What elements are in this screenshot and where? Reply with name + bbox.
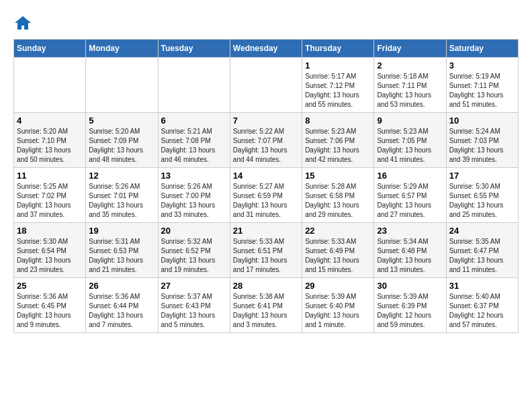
- day-number: 20: [161, 226, 227, 236]
- day-info: Sunrise: 5:17 AMSunset: 7:12 PMDaylight:…: [305, 72, 371, 109]
- day-number: 31: [449, 281, 515, 291]
- calendar: SundayMondayTuesdayWednesdayThursdayFrid…: [13, 39, 519, 333]
- calendar-cell: 14Sunrise: 5:27 AMSunset: 6:59 PMDayligh…: [230, 168, 302, 223]
- calendar-week-2: 4Sunrise: 5:20 AMSunset: 7:10 PMDaylight…: [14, 113, 519, 168]
- day-info: Sunrise: 5:30 AMSunset: 6:54 PMDaylight:…: [17, 237, 83, 275]
- calendar-cell: 19Sunrise: 5:31 AMSunset: 6:53 PMDayligh…: [86, 223, 158, 278]
- day-info: Sunrise: 5:29 AMSunset: 6:57 PMDaylight:…: [377, 182, 443, 220]
- day-number: 23: [377, 226, 443, 236]
- calendar-week-3: 11Sunrise: 5:25 AMSunset: 7:02 PMDayligh…: [14, 168, 519, 223]
- calendar-cell: 30Sunrise: 5:39 AMSunset: 6:39 PMDayligh…: [374, 278, 446, 333]
- day-number: 7: [233, 116, 299, 126]
- day-info: Sunrise: 5:22 AMSunset: 7:07 PMDaylight:…: [233, 127, 299, 165]
- calendar-cell: 3Sunrise: 5:19 AMSunset: 7:11 PMDaylight…: [446, 58, 518, 113]
- weekday-header-saturday: Saturday: [446, 40, 518, 58]
- calendar-cell: 27Sunrise: 5:37 AMSunset: 6:43 PMDayligh…: [158, 278, 230, 333]
- day-number: 12: [89, 171, 154, 181]
- weekday-header-wednesday: Wednesday: [230, 40, 302, 58]
- day-info: Sunrise: 5:28 AMSunset: 6:58 PMDaylight:…: [305, 182, 371, 220]
- day-number: 9: [377, 116, 443, 126]
- calendar-week-1: 1Sunrise: 5:17 AMSunset: 7:12 PMDaylight…: [14, 58, 519, 113]
- calendar-cell: 7Sunrise: 5:22 AMSunset: 7:07 PMDaylight…: [230, 113, 302, 168]
- day-number: 30: [377, 281, 443, 291]
- day-info: Sunrise: 5:31 AMSunset: 6:53 PMDaylight:…: [89, 237, 154, 275]
- day-info: Sunrise: 5:27 AMSunset: 6:59 PMDaylight:…: [233, 182, 299, 220]
- weekday-header-tuesday: Tuesday: [158, 40, 230, 58]
- calendar-cell: 25Sunrise: 5:36 AMSunset: 6:45 PMDayligh…: [14, 278, 86, 333]
- calendar-cell: 22Sunrise: 5:33 AMSunset: 6:49 PMDayligh…: [302, 223, 374, 278]
- weekday-header-thursday: Thursday: [302, 40, 374, 58]
- day-number: 17: [449, 171, 515, 181]
- day-number: 29: [305, 281, 371, 291]
- day-info: Sunrise: 5:32 AMSunset: 6:52 PMDaylight:…: [161, 237, 227, 275]
- logo-icon: [13, 13, 32, 32]
- calendar-cell: [158, 58, 230, 113]
- day-info: Sunrise: 5:24 AMSunset: 7:03 PMDaylight:…: [449, 127, 515, 165]
- day-number: 13: [161, 171, 227, 181]
- day-number: 8: [305, 116, 371, 126]
- day-info: Sunrise: 5:33 AMSunset: 6:51 PMDaylight:…: [233, 237, 299, 275]
- calendar-cell: 2Sunrise: 5:18 AMSunset: 7:11 PMDaylight…: [374, 58, 446, 113]
- calendar-cell: 31Sunrise: 5:40 AMSunset: 6:37 PMDayligh…: [446, 278, 518, 333]
- day-number: 10: [449, 116, 515, 126]
- day-info: Sunrise: 5:38 AMSunset: 6:41 PMDaylight:…: [233, 292, 299, 330]
- weekday-header-friday: Friday: [374, 40, 446, 58]
- day-info: Sunrise: 5:25 AMSunset: 7:02 PMDaylight:…: [17, 182, 83, 220]
- calendar-cell: 12Sunrise: 5:26 AMSunset: 7:01 PMDayligh…: [86, 168, 158, 223]
- day-number: 24: [449, 226, 515, 236]
- calendar-cell: 28Sunrise: 5:38 AMSunset: 6:41 PMDayligh…: [230, 278, 302, 333]
- calendar-cell: [230, 58, 302, 113]
- day-number: 21: [233, 226, 299, 236]
- calendar-week-5: 25Sunrise: 5:36 AMSunset: 6:45 PMDayligh…: [14, 278, 519, 333]
- header: [13, 13, 519, 32]
- calendar-cell: 15Sunrise: 5:28 AMSunset: 6:58 PMDayligh…: [302, 168, 374, 223]
- day-info: Sunrise: 5:30 AMSunset: 6:55 PMDaylight:…: [449, 182, 515, 220]
- day-info: Sunrise: 5:37 AMSunset: 6:43 PMDaylight:…: [161, 292, 227, 330]
- day-info: Sunrise: 5:26 AMSunset: 7:01 PMDaylight:…: [89, 182, 154, 220]
- day-number: 28: [233, 281, 299, 291]
- calendar-cell: 9Sunrise: 5:23 AMSunset: 7:05 PMDaylight…: [374, 113, 446, 168]
- day-info: Sunrise: 5:39 AMSunset: 6:39 PMDaylight:…: [377, 292, 443, 330]
- calendar-cell: 13Sunrise: 5:26 AMSunset: 7:00 PMDayligh…: [158, 168, 230, 223]
- calendar-cell: 17Sunrise: 5:30 AMSunset: 6:55 PMDayligh…: [446, 168, 518, 223]
- calendar-cell: [86, 58, 158, 113]
- day-number: 22: [305, 226, 371, 236]
- day-number: 18: [17, 226, 83, 236]
- calendar-cell: 1Sunrise: 5:17 AMSunset: 7:12 PMDaylight…: [302, 58, 374, 113]
- calendar-cell: 23Sunrise: 5:34 AMSunset: 6:48 PMDayligh…: [374, 223, 446, 278]
- weekday-header-sunday: Sunday: [14, 40, 86, 58]
- day-number: 1: [305, 60, 371, 71]
- calendar-cell: 4Sunrise: 5:20 AMSunset: 7:10 PMDaylight…: [14, 113, 86, 168]
- day-number: 26: [89, 281, 154, 291]
- day-number: 19: [89, 226, 154, 236]
- day-info: Sunrise: 5:23 AMSunset: 7:06 PMDaylight:…: [305, 127, 371, 165]
- calendar-cell: 6Sunrise: 5:21 AMSunset: 7:08 PMDaylight…: [158, 113, 230, 168]
- day-info: Sunrise: 5:34 AMSunset: 6:48 PMDaylight:…: [377, 237, 443, 275]
- calendar-cell: 18Sunrise: 5:30 AMSunset: 6:54 PMDayligh…: [14, 223, 86, 278]
- calendar-cell: 16Sunrise: 5:29 AMSunset: 6:57 PMDayligh…: [374, 168, 446, 223]
- weekday-header-row: SundayMondayTuesdayWednesdayThursdayFrid…: [14, 40, 519, 58]
- calendar-cell: 5Sunrise: 5:20 AMSunset: 7:09 PMDaylight…: [86, 113, 158, 168]
- day-info: Sunrise: 5:26 AMSunset: 7:00 PMDaylight:…: [161, 182, 227, 220]
- day-number: 11: [17, 171, 83, 181]
- day-number: 27: [161, 281, 227, 291]
- weekday-header-monday: Monday: [86, 40, 158, 58]
- day-info: Sunrise: 5:18 AMSunset: 7:11 PMDaylight:…: [377, 72, 443, 109]
- day-info: Sunrise: 5:36 AMSunset: 6:45 PMDaylight:…: [17, 292, 83, 330]
- day-info: Sunrise: 5:40 AMSunset: 6:37 PMDaylight:…: [449, 292, 515, 330]
- day-info: Sunrise: 5:39 AMSunset: 6:40 PMDaylight:…: [305, 292, 371, 330]
- day-info: Sunrise: 5:23 AMSunset: 7:05 PMDaylight:…: [377, 127, 443, 165]
- day-number: 25: [17, 281, 83, 291]
- day-number: 4: [17, 116, 83, 126]
- day-info: Sunrise: 5:35 AMSunset: 6:47 PMDaylight:…: [449, 237, 515, 275]
- calendar-cell: 29Sunrise: 5:39 AMSunset: 6:40 PMDayligh…: [302, 278, 374, 333]
- day-info: Sunrise: 5:21 AMSunset: 7:08 PMDaylight:…: [161, 127, 227, 165]
- day-number: 2: [377, 60, 443, 71]
- day-number: 5: [89, 116, 154, 126]
- calendar-week-4: 18Sunrise: 5:30 AMSunset: 6:54 PMDayligh…: [14, 223, 519, 278]
- logo: [13, 13, 35, 32]
- day-info: Sunrise: 5:20 AMSunset: 7:10 PMDaylight:…: [17, 127, 83, 165]
- day-info: Sunrise: 5:19 AMSunset: 7:11 PMDaylight:…: [449, 72, 515, 109]
- day-number: 6: [161, 116, 227, 126]
- day-info: Sunrise: 5:33 AMSunset: 6:49 PMDaylight:…: [305, 237, 371, 275]
